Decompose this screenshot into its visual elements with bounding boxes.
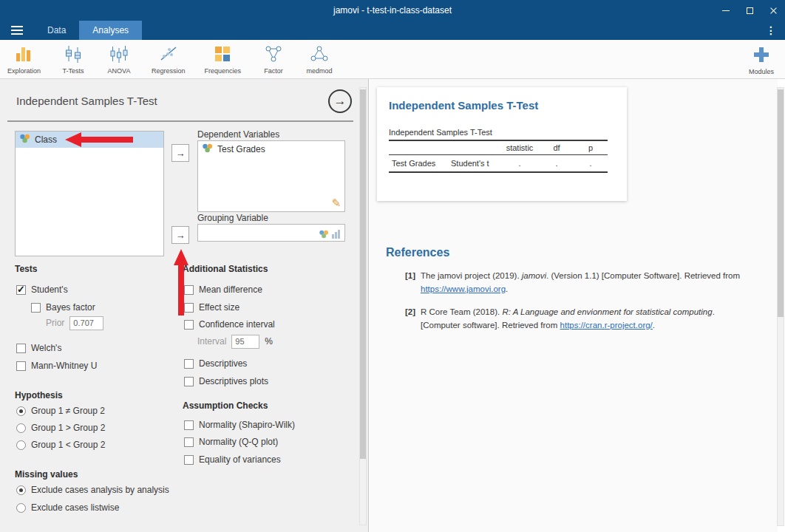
reference-italic: jamovi <box>522 271 546 280</box>
reference-segment: . <box>653 321 655 330</box>
checkbox-icon <box>184 303 194 313</box>
checkbox-mean-difference[interactable]: Mean difference <box>184 284 262 296</box>
ribbon-item-frequencies[interactable]: Frequencies <box>200 44 246 75</box>
reference-item: [1] The jamovi project (2019). jamovi. (… <box>405 270 754 296</box>
dependent-variables-label: Dependent Variables <box>197 129 279 140</box>
option-label: Equality of variances <box>199 454 281 465</box>
list-item-test-grades[interactable]: Test Grades <box>198 141 344 157</box>
source-variables-list[interactable]: Class <box>15 131 164 256</box>
checkbox-icon <box>184 320 194 330</box>
table-cell: . <box>574 155 608 173</box>
prior-field-row: Prior <box>46 317 103 329</box>
path-diagram-icon <box>310 44 329 66</box>
radio-group-not-equal[interactable]: Group 1 ≠ Group 2 <box>16 405 105 417</box>
checkbox-bayes-factor[interactable]: Bayes factor <box>31 301 95 313</box>
radio-icon <box>16 503 26 513</box>
ribbon-label: Modules <box>749 68 774 75</box>
results-scrollbar-track[interactable] <box>777 87 784 526</box>
results-panel: Independent Samples T-Test Independent S… <box>370 79 778 532</box>
main-tab-bar: Data Analyses <box>0 21 785 40</box>
option-label: Descriptives <box>199 358 247 369</box>
checkbox-descriptives-plots[interactable]: Descriptives plots <box>184 375 268 387</box>
tab-data[interactable]: Data <box>34 21 79 40</box>
interval-label: Interval <box>197 336 226 347</box>
overflow-menu-button[interactable] <box>761 21 781 40</box>
modules-button[interactable]: Modules <box>744 44 779 76</box>
checkbox-mann-whitney[interactable]: Mann-Whitney U <box>16 360 97 372</box>
options-scrollbar-track[interactable] <box>359 87 367 525</box>
assign-grouping-button[interactable] <box>171 226 189 244</box>
prior-input[interactable] <box>69 316 103 330</box>
table-header <box>448 140 500 155</box>
collapse-panel-button[interactable] <box>328 89 352 113</box>
results-title: Independent Samples T-Test <box>389 99 615 112</box>
ribbon-item-medmod[interactable]: medmod <box>302 44 337 75</box>
results-card[interactable]: Independent Samples T-Test Independent S… <box>377 87 627 201</box>
boxplots-icon <box>109 44 129 66</box>
checkbox-equality-variances[interactable]: Equality of variances <box>184 454 281 466</box>
ribbon-item-regression[interactable]: Regression <box>147 44 190 75</box>
results-scrollbar-thumb[interactable] <box>778 89 784 317</box>
options-scrollbar-thumb[interactable] <box>360 89 366 459</box>
dependent-variables-box[interactable]: Test Grades <box>197 140 345 212</box>
grouping-variable-box[interactable] <box>197 224 345 242</box>
variable-label: Test Grades <box>217 144 265 154</box>
ribbon-item-anova[interactable]: ANOVA <box>101 44 137 75</box>
checkbox-normality-shapiro[interactable]: Normality (Shapiro-Wilk) <box>184 419 295 431</box>
checkbox-icon <box>16 285 26 295</box>
checkbox-confidence-interval[interactable]: Confidence interval <box>184 318 275 330</box>
additional-statistics-section-title: Additional Statistics <box>183 264 268 274</box>
option-label: Exclude cases listwise <box>31 502 119 513</box>
minimize-button[interactable] <box>714 0 738 21</box>
grouping-variable-label: Grouping Variable <box>197 213 268 223</box>
analyses-ribbon: Exploration T-Tests ANOVA Regression Fre… <box>0 40 785 79</box>
titlebar: jamovi - t-test-in-class-dataset <box>0 0 785 21</box>
option-label: Descriptives plots <box>199 376 268 386</box>
hamburger-menu-button[interactable] <box>0 21 34 40</box>
ribbon-label: ANOVA <box>108 67 131 75</box>
checkbox-students[interactable]: Student's <box>16 284 68 296</box>
assign-dependent-button[interactable] <box>171 144 189 162</box>
interval-input[interactable] <box>231 335 259 349</box>
tab-analyses[interactable]: Analyses <box>79 21 142 40</box>
radio-group-greater[interactable]: Group 1 > Group 2 <box>16 422 105 434</box>
ribbon-label: Regression <box>152 67 186 75</box>
list-item-class[interactable]: Class <box>16 132 163 148</box>
checkbox-effect-size[interactable]: Effect size <box>184 301 239 313</box>
checkbox-normality-qq[interactable]: Normality (Q-Q plot) <box>184 436 278 448</box>
close-button[interactable] <box>761 0 785 21</box>
ribbon-item-ttests[interactable]: T-Tests <box>55 44 91 75</box>
checkbox-icon <box>16 344 26 353</box>
option-label: Normality (Shapiro-Wilk) <box>199 420 295 430</box>
ribbon-item-exploration[interactable]: Exploration <box>3 44 45 75</box>
nominal-variable-icon <box>202 143 213 155</box>
maximize-icon <box>747 7 753 14</box>
radio-icon <box>16 423 26 433</box>
table-cell: Test Grades <box>389 155 448 173</box>
results-table: statistic df p Test Grades Student's t .… <box>389 140 608 173</box>
radio-exclude-listwise[interactable]: Exclude cases listwise <box>16 502 119 514</box>
cran-link[interactable]: https://cran.r-project.org/ <box>560 321 653 330</box>
maximize-button[interactable] <box>738 0 761 21</box>
jamovi-link[interactable]: https://www.jamovi.org <box>421 284 506 293</box>
checkbox-descriptives[interactable]: Descriptives <box>184 358 247 369</box>
table-header: statistic <box>500 140 540 155</box>
radio-exclude-analysis[interactable]: Exclude cases analysis by analysis <box>16 484 169 496</box>
option-label: Group 1 ≠ Group 2 <box>31 406 105 416</box>
radio-group-less[interactable]: Group 1 < Group 2 <box>16 439 105 451</box>
boxplot-icon <box>64 44 83 66</box>
ribbon-item-factor[interactable]: Factor <box>256 44 291 75</box>
missing-values-section-title: Missing values <box>15 469 78 480</box>
checkbox-welchs[interactable]: Welch's <box>16 342 61 354</box>
plus-icon <box>752 45 771 67</box>
reference-number: [1] <box>405 270 421 296</box>
ribbon-label: Frequencies <box>205 67 242 75</box>
checkbox-icon <box>184 420 194 430</box>
window-controls <box>714 0 785 21</box>
hypothesis-section-title: Hypothesis <box>15 390 63 400</box>
reference-segment: R Core Team (2018). <box>421 307 502 316</box>
grid-squares-icon <box>213 44 232 66</box>
option-label: Bayes factor <box>46 302 95 313</box>
reference-segment: . (Version 1.1) [Computer Software]. Ret… <box>546 271 740 280</box>
bar-levels-icon <box>332 228 341 242</box>
